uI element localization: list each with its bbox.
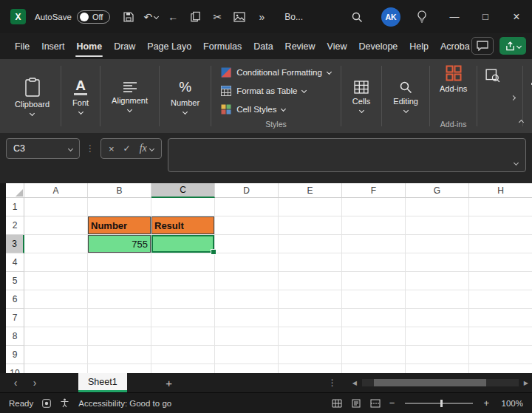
collapse-ribbon-button[interactable] bbox=[519, 114, 523, 127]
tab-view[interactable]: View bbox=[321, 33, 353, 59]
cell-B5[interactable] bbox=[88, 272, 151, 290]
clipped-ribbon-button[interactable]: A bbox=[525, 59, 532, 133]
expand-formula-bar-button[interactable] bbox=[514, 160, 519, 165]
zoom-out-button[interactable]: − bbox=[389, 397, 395, 409]
row-header-1[interactable]: 1 bbox=[6, 198, 24, 216]
cell-H7[interactable] bbox=[469, 309, 532, 327]
cell-F7[interactable] bbox=[342, 309, 406, 327]
cell-A7[interactable] bbox=[24, 309, 88, 327]
cell-B6[interactable] bbox=[88, 290, 151, 309]
cell-G3[interactable] bbox=[406, 235, 469, 253]
cell-A4[interactable] bbox=[24, 253, 88, 272]
cell-G8[interactable] bbox=[406, 327, 469, 346]
cell-D8[interactable] bbox=[215, 327, 279, 346]
cell-A3[interactable] bbox=[24, 235, 88, 253]
column-header-f[interactable]: F bbox=[342, 183, 406, 198]
cell-A9[interactable] bbox=[24, 346, 88, 364]
formula-bar-drag-handle[interactable]: ⋮ bbox=[86, 138, 95, 159]
zoom-level[interactable]: 100% bbox=[498, 399, 523, 408]
column-header-b[interactable]: B bbox=[88, 183, 151, 198]
cell-G10[interactable] bbox=[406, 364, 469, 373]
formula-input[interactable] bbox=[168, 138, 526, 172]
row-header-9[interactable]: 9 bbox=[6, 346, 24, 364]
accessibility-checker-button[interactable] bbox=[60, 398, 69, 408]
search-button[interactable] bbox=[347, 7, 366, 27]
copy-button[interactable] bbox=[185, 7, 205, 27]
cell-B9[interactable] bbox=[88, 346, 151, 364]
cell-F10[interactable] bbox=[342, 364, 406, 373]
cell-A5[interactable] bbox=[24, 272, 88, 290]
cell-E6[interactable] bbox=[279, 290, 342, 309]
tab-develope[interactable]: Develope bbox=[352, 33, 403, 59]
row-header-10[interactable]: 10 bbox=[6, 364, 24, 373]
autosave-switch[interactable]: Off bbox=[77, 10, 110, 24]
font-group-button[interactable]: A Font bbox=[64, 59, 98, 133]
cell-F4[interactable] bbox=[342, 253, 406, 272]
alignment-group-button[interactable]: Alignment bbox=[103, 59, 157, 133]
addins-button[interactable]: Add-ins bbox=[440, 65, 467, 93]
sheet-options-button[interactable]: ⋮ bbox=[328, 378, 337, 388]
cell-H10[interactable] bbox=[469, 364, 532, 373]
save-button[interactable] bbox=[119, 7, 138, 27]
clipboard-group-button[interactable]: Clipboard bbox=[6, 59, 58, 133]
maximize-button[interactable]: □ bbox=[470, 0, 501, 33]
cell-E1[interactable] bbox=[279, 198, 342, 216]
enter-button[interactable]: ✓ bbox=[123, 143, 131, 154]
cell-E2[interactable] bbox=[279, 216, 342, 235]
cell-G2[interactable] bbox=[406, 216, 469, 235]
cell-C4[interactable] bbox=[151, 253, 215, 272]
tips-button[interactable] bbox=[412, 7, 432, 27]
cell-C6[interactable] bbox=[151, 290, 215, 309]
cell-D5[interactable] bbox=[215, 272, 279, 290]
column-header-a[interactable]: A bbox=[24, 183, 88, 198]
cell-E9[interactable] bbox=[279, 346, 342, 364]
cell-E5[interactable] bbox=[279, 272, 342, 290]
cell-H6[interactable] bbox=[469, 290, 532, 309]
cell-C1[interactable] bbox=[151, 198, 215, 216]
tab-draw[interactable]: Draw bbox=[108, 33, 141, 59]
tab-insert[interactable]: Insert bbox=[35, 33, 70, 59]
more-commands-button[interactable]: » bbox=[252, 7, 271, 27]
cell-C5[interactable] bbox=[151, 272, 215, 290]
row-header-5[interactable]: 5 bbox=[6, 272, 24, 290]
cell-D9[interactable] bbox=[215, 346, 279, 364]
cell-D1[interactable] bbox=[215, 198, 279, 216]
tab-review[interactable]: Review bbox=[279, 33, 321, 59]
row-header-2[interactable]: 2 bbox=[6, 216, 24, 235]
cut-button[interactable]: ✂ bbox=[208, 7, 227, 27]
editing-group-button[interactable]: Editing bbox=[384, 59, 427, 133]
tab-file[interactable]: File bbox=[9, 33, 35, 59]
tab-help[interactable]: Help bbox=[403, 33, 434, 59]
cell-C9[interactable] bbox=[151, 346, 215, 364]
cell-E10[interactable] bbox=[279, 364, 342, 373]
page-break-view-button[interactable] bbox=[370, 399, 381, 408]
cell-A8[interactable] bbox=[24, 327, 88, 346]
cell-F2[interactable] bbox=[342, 216, 406, 235]
conditional-formatting-button[interactable]: Conditional Formatting bbox=[221, 63, 331, 81]
cell-F3[interactable] bbox=[342, 235, 406, 253]
cell-A1[interactable] bbox=[24, 198, 88, 216]
cell-B2[interactable]: Number bbox=[88, 216, 151, 235]
cell-C7[interactable] bbox=[151, 309, 215, 327]
next-sheet-button[interactable]: › bbox=[25, 377, 44, 389]
cell-B4[interactable] bbox=[88, 253, 151, 272]
page-layout-view-button[interactable] bbox=[351, 399, 361, 408]
cell-F9[interactable] bbox=[342, 346, 406, 364]
cell-D3[interactable] bbox=[215, 235, 279, 253]
cell-C8[interactable] bbox=[151, 327, 215, 346]
cell-G9[interactable] bbox=[406, 346, 469, 364]
cell-A10[interactable] bbox=[24, 364, 88, 373]
row-header-6[interactable]: 6 bbox=[6, 290, 24, 309]
cell-E3[interactable] bbox=[279, 235, 342, 253]
column-header-e[interactable]: E bbox=[279, 183, 342, 198]
cell-C2[interactable]: Result bbox=[151, 216, 215, 235]
sheet-tab-sheet1[interactable]: Sheet1 bbox=[78, 373, 127, 392]
cell-E7[interactable] bbox=[279, 309, 342, 327]
row-header-4[interactable]: 4 bbox=[6, 253, 24, 272]
cell-D6[interactable] bbox=[215, 290, 279, 309]
scroll-left-button[interactable]: ◀ bbox=[349, 380, 361, 386]
cell-G6[interactable] bbox=[406, 290, 469, 309]
zoom-slider-handle[interactable] bbox=[440, 400, 443, 407]
row-header-3[interactable]: 3 bbox=[6, 235, 24, 253]
scrollbar-thumb[interactable] bbox=[374, 379, 486, 386]
